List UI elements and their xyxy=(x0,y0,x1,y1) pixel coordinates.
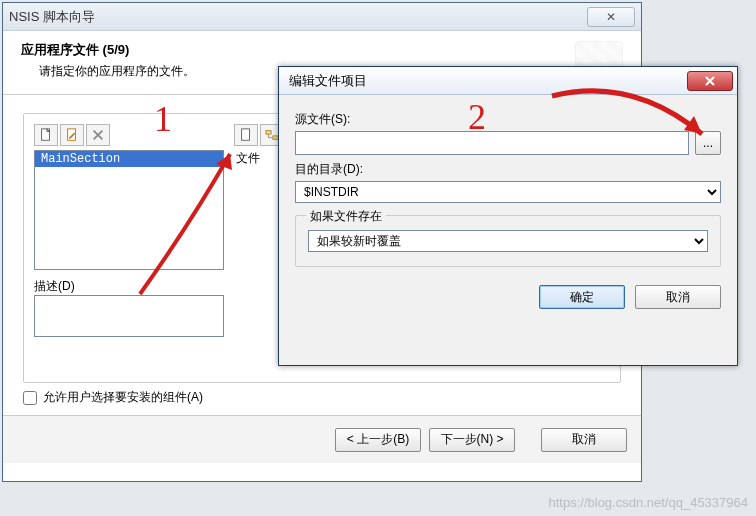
source-file-row: 源文件(S): ... xyxy=(295,111,721,155)
ellipsis-icon: ... xyxy=(703,136,713,150)
edit-file-icon xyxy=(65,128,79,142)
cancel-button[interactable]: 取消 xyxy=(541,428,627,452)
dest-dir-row: 目的目录(D): $INSTDIR xyxy=(295,161,721,203)
svg-rect-2 xyxy=(242,129,250,140)
wizard-header-subtitle: 请指定你的应用程序的文件。 xyxy=(39,63,195,80)
delete-icon xyxy=(91,128,105,142)
allow-select-label: 允许用户选择要安装的组件(A) xyxy=(43,389,203,406)
browse-source-button[interactable]: ... xyxy=(695,131,721,155)
delete-section-button[interactable] xyxy=(86,124,110,146)
new-section-button[interactable] xyxy=(34,124,58,146)
edit-file-dialog: 编辑文件项目 源文件(S): ... 目的目录(D): $INSTDIR 如果文… xyxy=(278,66,738,366)
sections-toolbar xyxy=(34,124,224,146)
dialog-titlebar: 编辑文件项目 xyxy=(279,67,737,95)
dialog-footer: 确定 取消 xyxy=(295,285,721,309)
next-button[interactable]: 下一步(N) > xyxy=(429,428,515,452)
close-icon xyxy=(704,75,716,87)
dialog-body: 源文件(S): ... 目的目录(D): $INSTDIR 如果文件存在 如果较… xyxy=(279,95,737,323)
section-item-selected[interactable]: MainSection xyxy=(35,151,223,167)
dialog-close-button[interactable] xyxy=(687,71,733,91)
watermark: https://blog.csdn.net/qq_45337964 xyxy=(549,495,749,510)
wizard-close-button[interactable]: ✕ xyxy=(587,7,635,27)
dest-dir-combo[interactable]: $INSTDIR xyxy=(295,181,721,203)
wizard-window-title: NSIS 脚本向导 xyxy=(9,8,95,26)
add-file-button[interactable] xyxy=(234,124,258,146)
edit-section-button[interactable] xyxy=(60,124,84,146)
allow-select-row: 允许用户选择要安装的组件(A) xyxy=(23,389,621,406)
allow-select-checkbox[interactable] xyxy=(23,391,37,405)
wizard-header-title: 应用程序文件 (5/9) xyxy=(21,41,195,59)
wizard-titlebar: NSIS 脚本向导 ✕ xyxy=(3,3,641,31)
close-icon: ✕ xyxy=(606,10,616,24)
sections-listbox[interactable]: MainSection xyxy=(34,150,224,270)
ok-button[interactable]: 确定 xyxy=(539,285,625,309)
description-textbox[interactable] xyxy=(34,295,224,337)
overwrite-group: 如果文件存在 如果较新时覆盖 xyxy=(295,215,721,267)
back-button[interactable]: < 上一步(B) xyxy=(335,428,421,452)
wizard-window-buttons: ✕ xyxy=(587,7,635,27)
source-file-label: 源文件(S): xyxy=(295,111,721,128)
new-file-icon xyxy=(239,128,253,142)
dest-dir-label: 目的目录(D): xyxy=(295,161,721,178)
dialog-cancel-button[interactable]: 取消 xyxy=(635,285,721,309)
svg-rect-3 xyxy=(266,131,271,135)
sections-column: MainSection 描述(D) xyxy=(34,124,224,337)
description-label: 描述(D) xyxy=(34,278,224,295)
wizard-footer: < 上一步(B) 下一步(N) > 取消 xyxy=(3,415,641,463)
overwrite-combo[interactable]: 如果较新时覆盖 xyxy=(308,230,708,252)
overwrite-legend: 如果文件存在 xyxy=(306,208,386,225)
new-file-icon xyxy=(39,128,53,142)
dialog-title: 编辑文件项目 xyxy=(289,72,367,90)
source-file-input[interactable] xyxy=(295,131,689,155)
folder-tree-icon xyxy=(265,128,279,142)
